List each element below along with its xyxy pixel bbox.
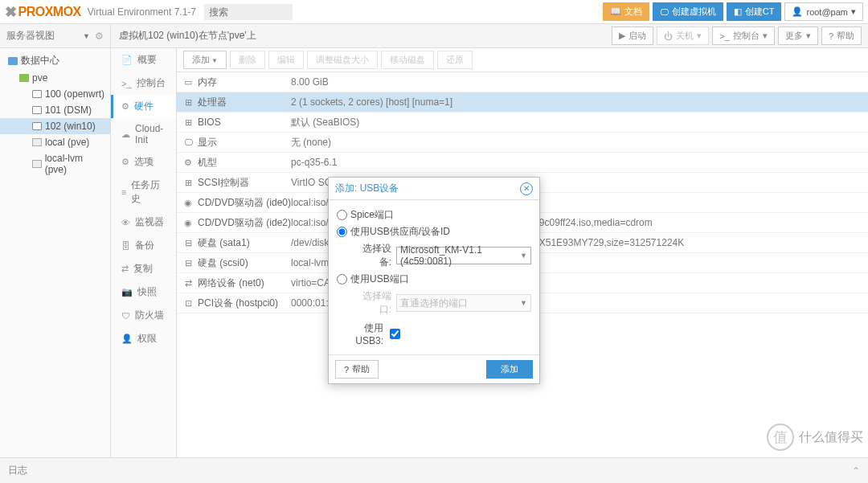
modal-footer: ?帮助 添加 [329,354,539,383]
radio-port-label: 使用USB端口 [350,272,409,286]
port-label: 选择端口: [351,289,391,317]
radio-spice-input[interactable] [337,210,347,220]
usb3-label: 使用USB3: [337,321,383,346]
modal-title: 添加: USB设备 [335,182,399,195]
modal-title-bar: 添加: USB设备 ✕ [329,178,539,200]
chevron-down-icon: ▼ [520,252,527,260]
radio-vendor[interactable]: 使用USB供应商/设备ID [337,223,531,240]
device-label: 选择设备: [351,242,391,269]
usb3-checkbox[interactable] [390,329,400,339]
radio-port[interactable]: 使用USB端口 [337,271,531,288]
radio-vendor-input[interactable] [337,227,347,237]
device-select[interactable]: Microsoft_KM-V1.1 (4c59:0081) ▼ [396,247,531,264]
port-field-row: 选择端口: 直通选择的端口 ▼ [337,288,531,318]
port-select-placeholder: 直通选择的端口 [400,297,468,310]
usb3-row: 使用USB3: [337,318,531,350]
device-field-row: 选择设备: Microsoft_KM-V1.1 (4c59:0081) ▼ [337,240,531,271]
close-icon: ✕ [523,184,530,193]
modal-help-button[interactable]: ?帮助 [335,360,379,379]
radio-vendor-label: 使用USB供应商/设备ID [350,225,450,239]
radio-spice[interactable]: Spice端口 [337,207,531,223]
help-icon: ? [344,365,349,375]
port-select: 直通选择的端口 ▼ [396,294,531,312]
chevron-down-icon: ▼ [520,299,527,307]
add-usb-modal: 添加: USB设备 ✕ Spice端口 使用USB供应商/设备ID 选择设备: … [328,177,540,384]
radio-port-input[interactable] [337,274,347,284]
close-button[interactable]: ✕ [520,182,533,195]
radio-spice-label: Spice端口 [350,208,394,222]
modal-add-button[interactable]: 添加 [486,360,533,379]
device-select-value: Microsoft_KM-V1.1 (4c59:0081) [400,244,520,267]
